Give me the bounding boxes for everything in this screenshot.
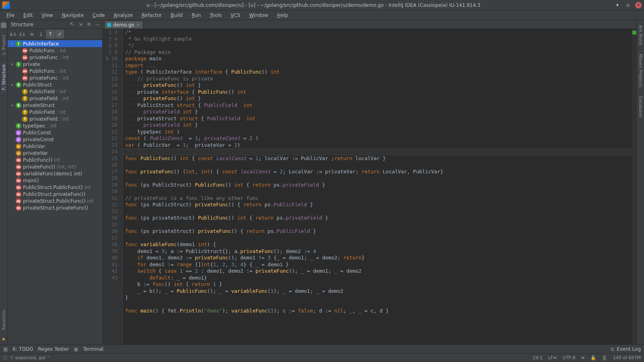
lock-icon[interactable] — [590, 355, 596, 360]
tree-node[interactable]: ttypeSpec: int — [8, 122, 102, 129]
star-icon[interactable]: ★ — [2, 336, 6, 344]
menu-bar: FileEditViewNavigateCodeAnalyzeRefactorB… — [0, 10, 644, 20]
tool-favorites[interactable]: Favorites — [1, 307, 6, 332]
tree-node[interactable]: cprivateConst — [8, 136, 102, 143]
tool-maven[interactable]: Maven Projects — [638, 51, 643, 90]
tree-node[interactable]: mPublicStruct.privateFunc() — [8, 191, 102, 197]
tree-node[interactable]: mPublicFunc() int — [8, 156, 102, 163]
tool-terminal[interactable]: Terminal — [83, 346, 103, 352]
tree-node[interactable]: fPublicField: int — [8, 109, 102, 115]
structure-tree[interactable]: IPublicInterfacemPublicFunc: intmprivate… — [8, 39, 102, 344]
hide-icon[interactable]: — — [94, 21, 101, 28]
menu-navigate[interactable]: Navigate — [58, 11, 88, 19]
tree-node[interactable]: mPublicStruct.PublicFunc() int — [8, 184, 102, 191]
tree-node[interactable]: mprivateStruct.PublicFunc() int — [8, 197, 102, 204]
menu-help[interactable]: Help — [273, 11, 292, 19]
tree-node[interactable]: mprivateStruct.privateFunc() — [8, 204, 102, 211]
node-kind-icon: S — [16, 82, 21, 88]
tree-node[interactable]: SPublicStruct — [8, 81, 102, 88]
autoscroll-from-icon[interactable]: ⤒ — [46, 30, 55, 39]
tree-node[interactable]: Iprivate — [8, 61, 102, 68]
tool-regex[interactable]: Regex Tester — [38, 346, 69, 352]
tree-node[interactable]: vPublicVar — [8, 143, 102, 150]
menu-edit[interactable]: Edit — [19, 11, 37, 19]
menu-tools[interactable]: Tools — [206, 11, 226, 19]
tool-project[interactable]: 1: Project — [1, 32, 6, 58]
close-icon[interactable] — [635, 2, 642, 8]
node-label: PublicField — [29, 109, 55, 115]
group-icon[interactable]: ≡ — [27, 30, 36, 39]
tree-node[interactable]: mprivateFunc: int — [8, 74, 102, 81]
tool-todo[interactable]: 6: TODO — [12, 346, 33, 352]
menu-file[interactable]: File — [2, 11, 19, 19]
encoding[interactable]: UTF-8 — [563, 355, 576, 360]
tool-ant[interactable]: Ant Build — [638, 23, 643, 47]
left-tool-stripe: 1: Project 7: Structure Favorites ★ — [0, 20, 8, 344]
people-icon[interactable] — [602, 355, 607, 360]
expand-icon[interactable]: ⇲ — [77, 21, 84, 28]
analysis-ok-icon — [632, 31, 636, 35]
node-type-hint: : int — [47, 123, 57, 129]
memory-indicator[interactable]: 145 of 667M — [613, 355, 641, 360]
node-type-hint: : int — [57, 48, 66, 53]
tree-node[interactable]: cPublicConst — [8, 129, 102, 136]
node-type-hint: int — [87, 198, 93, 204]
expand-all-icon[interactable]: ⤢ — [55, 30, 64, 39]
tab-demo-go[interactable]: demo.go × — [104, 21, 143, 29]
node-label: privateStruct.PublicFunc() — [23, 198, 85, 204]
node-type-hint: : int — [59, 116, 69, 122]
node-kind-icon: m — [22, 48, 28, 53]
tree-node[interactable]: fprivateField: int — [8, 115, 102, 122]
collapse-icon[interactable]: ⇱ — [68, 21, 76, 28]
sort-visibility-icon[interactable]: z↓ — [18, 30, 27, 39]
tab-close-icon[interactable]: × — [136, 23, 140, 27]
tree-node[interactable]: mvariableFunc(demo1 int) — [8, 170, 102, 177]
node-label: PublicField — [29, 89, 55, 95]
menu-code[interactable]: Code — [89, 11, 109, 19]
menu-run[interactable]: Run — [188, 11, 205, 19]
tool-structure[interactable]: 7: Structure — [1, 62, 6, 93]
tree-node[interactable]: fPublicField: int — [8, 88, 102, 95]
tree-arrow-icon[interactable] — [10, 103, 14, 107]
tree-arrow-icon[interactable] — [10, 42, 14, 46]
menu-refactor[interactable]: Refactor — [138, 11, 166, 19]
tree-node[interactable]: mPublicFunc: int — [8, 68, 102, 74]
line-ending[interactable]: LF≠ — [548, 355, 557, 360]
menu-build[interactable]: Build — [167, 11, 187, 19]
maximize-icon[interactable] — [625, 2, 631, 8]
tree-node[interactable]: mprivateFunc: int — [8, 54, 102, 61]
project-icon[interactable] — [1, 23, 6, 28]
tree-node[interactable]: SprivateStruct — [8, 102, 102, 109]
tree-node[interactable]: fprivateField: int — [8, 95, 102, 102]
tree-arrow-icon[interactable] — [10, 83, 14, 87]
minimize-icon[interactable] — [614, 2, 621, 8]
node-type-hint: : int — [57, 68, 66, 74]
node-kind-icon: m — [16, 198, 21, 204]
node-label: privateStruct.privateFunc() — [23, 205, 88, 211]
git-status-icon[interactable]: ≡ — [581, 355, 585, 360]
autoscroll-to-icon[interactable]: ⤓ — [37, 30, 45, 39]
tree-arrow-icon[interactable] — [10, 62, 14, 66]
tree-node[interactable]: IPublicInterface — [8, 40, 102, 47]
window-title: u - [~/golang/src/github.com/dlsniper/u]… — [13, 2, 614, 8]
menu-vcs[interactable]: VCS — [227, 11, 244, 19]
tree-node[interactable]: mprivateFunc() (int, int) — [8, 163, 102, 170]
sort-alpha-icon[interactable]: a↓ — [9, 30, 18, 39]
node-label: privateStruct — [23, 103, 55, 108]
menu-window[interactable]: Window — [245, 11, 272, 19]
marker-stripe[interactable] — [632, 29, 636, 344]
tree-node[interactable]: mPublicFunc: int — [8, 47, 102, 54]
node-label: PublicFunc() — [23, 157, 52, 163]
tree-node[interactable]: vprivateVar — [8, 150, 102, 156]
node-kind-icon: I — [16, 62, 21, 67]
tool-database[interactable]: Database — [638, 94, 643, 120]
menu-view[interactable]: View — [37, 11, 57, 19]
code-area[interactable]: /* * Go highlight sample */ // Package m… — [123, 29, 632, 344]
menu-analyze[interactable]: Analyze — [109, 11, 136, 19]
toolstrip-left-icon[interactable]: ▦ — [3, 346, 8, 352]
tree-node[interactable]: mmain() — [8, 177, 102, 184]
gear-icon[interactable]: ⚙ — [85, 21, 93, 28]
tool-event-log[interactable]: Event Log — [617, 346, 641, 352]
editor[interactable]: 1 2 3 4 5 6 7 8 9 10 11 12 13 14 15 16 1… — [103, 29, 636, 344]
node-label: privateField — [29, 96, 58, 101]
